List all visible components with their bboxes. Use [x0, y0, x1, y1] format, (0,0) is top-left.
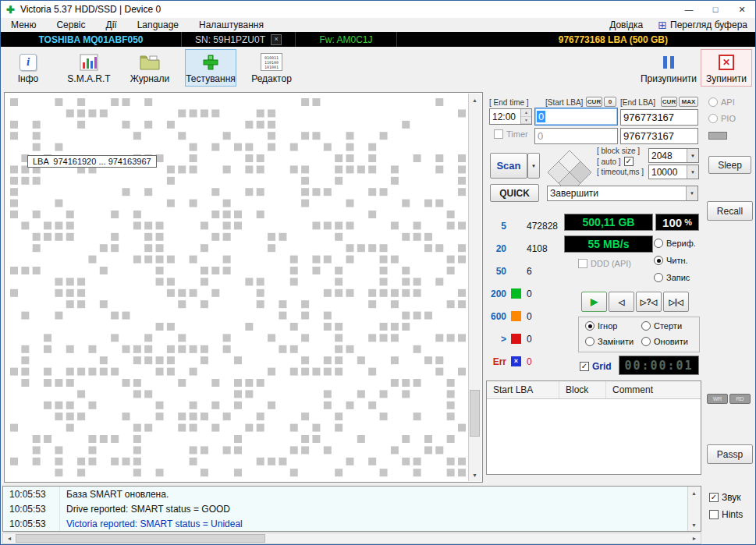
stat-row-600: 600 0 — [486, 310, 532, 322]
buffer-view-label: Перегляд буфера — [670, 19, 747, 30]
stat-row-5: 5 472828 — [486, 220, 558, 232]
wr-button[interactable]: WR — [707, 394, 728, 404]
menu-item-language[interactable]: Language — [127, 19, 189, 30]
mode-radio-read[interactable]: Читн. — [654, 256, 688, 265]
stop-label: Зупинити — [706, 73, 747, 84]
stat-row-err: Err × 0 — [486, 356, 532, 367]
testing-button[interactable]: Тестування — [185, 49, 236, 87]
log-hscroll-thumb[interactable] — [16, 534, 265, 543]
buffer-view-button[interactable]: ⊞ Перегляд буфера — [653, 19, 755, 30]
pause-icon — [663, 52, 674, 73]
editor-button[interactable]: 010011 110100 101001 Редактор — [246, 49, 297, 87]
scan-vertical-scrollbar[interactable]: ▲ ▼ — [468, 94, 481, 481]
device-model-tab[interactable]: TOSHIBA MQ01ABF050 — [1, 32, 182, 47]
sleep-button[interactable]: Sleep — [708, 156, 751, 174]
recall-button[interactable]: Recall — [707, 201, 753, 221]
stat-square-red — [511, 334, 521, 344]
scroll-thumb[interactable] — [470, 390, 480, 437]
pause-button[interactable]: Призупинити — [643, 49, 694, 87]
mode-radio-verify[interactable]: Вериф. — [654, 239, 696, 248]
log-horizontal-scrollbar[interactable]: ◄ ► — [2, 533, 701, 544]
end-time-label: [ End time ] — [489, 98, 529, 107]
rd-button[interactable]: RD — [729, 394, 751, 404]
spin-up-button[interactable]: ▲ — [521, 109, 531, 117]
log-time: 10:05:53 — [3, 487, 60, 501]
footer-options: ✓ Звук ✓ Hints — [705, 486, 755, 540]
timer-input[interactable]: 0 — [534, 128, 618, 144]
step-back-button[interactable]: ◁ — [609, 292, 634, 312]
stop-button[interactable]: ✕ Зупинити — [701, 49, 752, 87]
start-lba-value: 0 — [537, 111, 545, 122]
end-lba-max-button[interactable]: MAX — [679, 97, 698, 107]
speed-display: 55 MB/s — [564, 235, 653, 253]
log-region: 10:05:53 База SMART оновлена. 10:05:53 D… — [1, 484, 756, 545]
column-comment: Comment — [606, 381, 701, 398]
finish-select[interactable]: Завершити ▼ — [547, 186, 698, 201]
block-size-select[interactable]: 2048 ▼ — [648, 148, 699, 163]
scan-surface[interactable]: LBA 974161920 ... 974163967 ▲ ▼ — [4, 92, 483, 483]
menu-item-actions[interactable]: Дії — [96, 19, 127, 30]
scan-button[interactable]: Scan — [490, 153, 527, 179]
action-radio-erase[interactable]: Стерти — [641, 321, 682, 331]
api-radio[interactable]: API — [708, 97, 735, 107]
scroll-up-button[interactable]: ▲ — [469, 94, 481, 106]
action-radio-remap[interactable]: Замінити — [585, 337, 634, 346]
end-lba-input-2[interactable]: 976773167 — [620, 128, 698, 144]
menu-item-menu[interactable]: Меню — [1, 19, 46, 30]
sound-checkbox[interactable]: ✓ Звук — [709, 492, 741, 503]
device-bar: TOSHIBA MQ01ABF050 SN: 59H1PZU0T × Fw: A… — [1, 32, 755, 47]
start-lba-zero-button[interactable]: 0 — [604, 97, 616, 107]
start-lba-cur-button[interactable]: CUR — [586, 97, 602, 107]
editor-label: Редактор — [251, 73, 292, 84]
grid-checkbox[interactable]: ✓ Grid — [580, 361, 612, 372]
log-scroll-down-button[interactable]: ▼ — [688, 518, 700, 531]
log-row: 10:05:53 Victoria reported: SMART status… — [3, 516, 701, 531]
timeout-select[interactable]: 10000 ▼ — [648, 165, 699, 179]
end-time-spinner[interactable]: 12:00 ▲ ▼ — [489, 108, 532, 125]
log-scroll-right-button[interactable]: ► — [688, 533, 701, 543]
dropdown-arrow-icon: ▼ — [687, 165, 698, 179]
info-icon: i — [20, 54, 37, 71]
stat-row-20: 20 4108 — [486, 242, 548, 254]
close-button[interactable]: ✕ — [729, 1, 755, 18]
serial-close-button[interactable]: × — [271, 34, 282, 45]
menu-item-help[interactable]: Довідка — [599, 19, 653, 30]
scan-dropdown-button[interactable]: ▼ — [527, 153, 540, 179]
mode-radio-write[interactable]: Запис — [654, 273, 690, 282]
device-serial-tab[interactable]: SN: 59H1PZU0T × — [182, 32, 296, 47]
side-panel: API PIO Sleep Recall WR RD Passp — [705, 89, 755, 484]
journals-button[interactable]: Журнали — [124, 49, 176, 87]
ddd-checkbox[interactable]: ✓ DDD (API) — [578, 259, 631, 268]
quick-button[interactable]: QUICK — [490, 184, 539, 202]
log-scroll-up-button[interactable]: ▲ — [688, 487, 700, 499]
smart-button[interactable]: S.M.A.R.T — [63, 49, 115, 87]
menu-item-service[interactable]: Сервіс — [46, 19, 95, 30]
play-button[interactable]: ▶ — [581, 292, 607, 312]
seek-button[interactable]: ▷?◁ — [636, 292, 662, 312]
log-scroll-left-button[interactable]: ◄ — [3, 533, 16, 543]
stop-x-icon: ✕ — [719, 55, 734, 70]
timer-checkbox[interactable]: ✓ Timer — [494, 129, 528, 139]
stat-row-200: 200 0 — [486, 288, 532, 299]
app-window: ✚ Victoria 5.37 HDD/SSD | Device 0 — □ ✕… — [0, 0, 756, 545]
toolbar: i Інфо S.M.A.R.T Журнали Тестування 0100… — [1, 47, 755, 90]
passp-button[interactable]: Passp — [707, 444, 753, 464]
start-lba-input[interactable]: 0 — [534, 108, 618, 126]
pio-radio[interactable]: PIO — [708, 114, 736, 123]
end-lba-cur-button[interactable]: CUR — [661, 97, 677, 107]
action-radio-ignore[interactable]: Ігнор — [585, 321, 617, 331]
info-button[interactable]: i Інфо — [2, 49, 54, 87]
auto-checkbox[interactable]: [ auto ] ✓ — [597, 157, 634, 166]
hints-checkbox[interactable]: ✓ Hints — [709, 509, 743, 520]
end-lba-input[interactable]: 976773167 — [620, 109, 698, 126]
jump-button[interactable]: ▷|◁ — [663, 292, 689, 312]
log-vertical-scrollbar[interactable]: ▲ ▼ — [687, 487, 701, 531]
action-radio-restore[interactable]: Оновити — [641, 337, 688, 346]
timeout-label: [ timeout,ms ] — [597, 168, 644, 176]
defect-action-group: Ігнор Стерти Замінити Оновити — [578, 317, 700, 352]
scroll-down-button[interactable]: ▼ — [469, 469, 481, 481]
maximize-button[interactable]: □ — [702, 1, 729, 18]
spin-down-button[interactable]: ▼ — [521, 117, 531, 125]
minimize-button[interactable]: — — [676, 1, 702, 18]
menu-item-settings[interactable]: Налаштування — [189, 19, 274, 30]
